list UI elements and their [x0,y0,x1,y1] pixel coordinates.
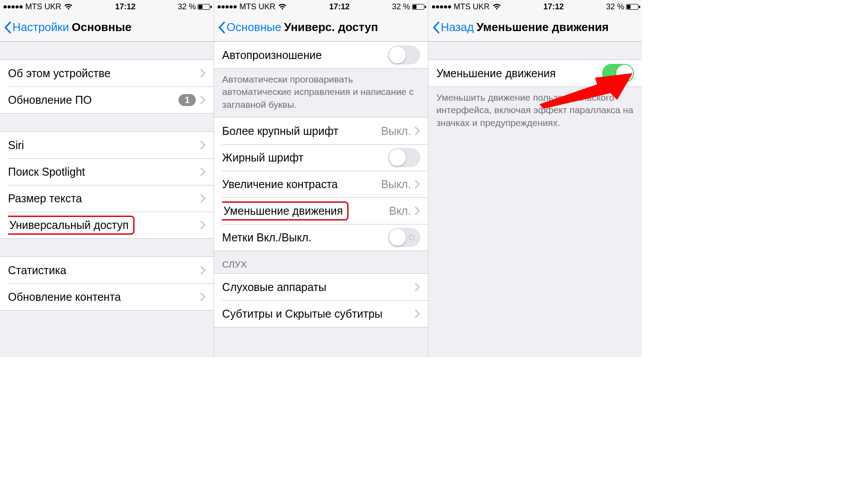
wifi-icon [278,4,287,10]
nav-title: Основные [72,20,132,34]
signal-icon [4,5,23,8]
row-hearing-aid[interactable]: Слуховые аппараты [214,274,428,300]
row-label: Слуховые аппараты [222,281,414,294]
group-usage: Статистика Обновление контента [0,256,214,311]
chevron-right-icon [200,95,206,104]
signal-icon [218,5,237,8]
group-footer: Автоматически проговаривать автоматическ… [214,69,428,117]
clock: 17:12 [115,2,135,12]
battery-icon [198,4,210,10]
row-label: Субтитры и Скрытые субтитры [222,307,414,320]
chevron-right-icon [415,180,420,189]
chevron-right-icon [200,220,206,229]
chevron-right-icon [415,309,420,318]
row-statistics[interactable]: Статистика [0,257,214,284]
battery-icon [626,4,638,10]
group-features: Siri Поиск Spotlight Размер текста Униве… [0,131,214,239]
clock: 17:12 [329,2,349,12]
chevron-right-icon [200,167,206,176]
nav-bar: Настройки Основные [0,13,214,42]
nav-title: Уменьшение движения [476,20,609,34]
back-button[interactable]: Настройки [4,20,69,34]
group-speech: Автопроизношение [214,42,428,69]
row-label: Об этом устройстве [8,67,200,80]
wifi-icon [492,4,501,10]
nav-bar: Основные Универс. доступ [214,13,428,42]
group-hearing: Слуховые аппараты Субтитры и Скрытые суб… [214,273,428,327]
status-bar: MTS UKR 17:12 32 % [214,0,428,13]
row-software-update[interactable]: Обновление ПО 1 [0,87,214,113]
chevron-right-icon [200,69,206,78]
row-larger-font[interactable]: Более крупный шрифт Выкл. [214,118,428,144]
chevron-right-icon [200,292,206,301]
row-value: Выкл. [381,178,411,191]
group-header-hearing: СЛУХ [214,251,428,273]
row-reduce-motion-toggle[interactable]: Уменьшение движения [428,60,642,87]
wifi-icon [64,4,73,10]
signal-icon [432,5,451,8]
row-reduce-motion[interactable]: Уменьшение движения Вкл. [214,197,428,224]
row-label: Жирный шрифт [222,151,388,164]
panel-general: MTS UKR 17:12 32 % Настройки Основные [0,0,214,357]
row-label: Метки Вкл./Выкл. [222,231,388,244]
content: Уменьшение движения Уменьшить движение п… [428,42,642,357]
row-siri[interactable]: Siri [0,132,214,158]
nav-title: Универс. доступ [284,20,378,34]
row-about[interactable]: Об этом устройстве [0,60,214,87]
group-display: Более крупный шрифт Выкл. Жирный шрифт У… [214,117,428,251]
row-label: Обновление контента [8,291,200,303]
chevron-right-icon [200,194,206,203]
row-label: Уменьшение движения [222,201,389,220]
row-label: Поиск Spotlight [8,165,200,178]
nav-bar: Назад Уменьшение движения [428,13,642,42]
row-auto-speech[interactable]: Автопроизношение [214,42,428,68]
toggle[interactable] [388,148,420,167]
battery-percent: 32 % [178,2,196,12]
clock: 17:12 [543,2,564,12]
row-text-size[interactable]: Размер текста [0,185,214,212]
row-label: Увеличение контраста [222,178,381,191]
back-label: Настройки [12,20,69,34]
chevron-right-icon [415,126,420,135]
chevron-left-icon [218,21,226,34]
row-contrast[interactable]: Увеличение контраста Выкл. [214,171,428,197]
row-label: Автопроизношение [222,49,388,62]
panel-reduce-motion: MTS UKR 17:12 32 % Назад Уменьшение движ… [428,0,642,357]
row-value: Выкл. [381,125,411,138]
back-button[interactable]: Основные [218,20,281,34]
row-accessibility[interactable]: Универсальный доступ [0,212,214,238]
row-label: Размер текста [8,192,200,205]
chevron-left-icon [432,21,440,34]
row-label: Siri [8,139,200,152]
chevron-right-icon [415,283,420,291]
row-onoff-labels[interactable]: Метки Вкл./Выкл. [214,224,428,251]
back-label: Назад [441,20,474,34]
battery-percent: 32 % [392,2,410,12]
content: Об этом устройстве Обновление ПО 1 Siri … [0,42,214,357]
row-bold-font[interactable]: Жирный шрифт [214,144,428,171]
chevron-left-icon [4,21,12,34]
group-footer: Уменьшить движение пользовательского инт… [428,87,642,135]
row-value: Вкл. [389,205,411,217]
row-label: Универсальный доступ [8,216,200,235]
group-reduce-motion: Уменьшение движения [428,59,642,87]
badge: 1 [178,94,196,106]
toggle[interactable] [388,46,420,64]
chevron-right-icon [415,206,420,215]
group-device: Об этом устройстве Обновление ПО 1 [0,59,214,114]
row-label: Обновление ПО [8,94,178,106]
chevron-right-icon [200,266,206,275]
row-spotlight[interactable]: Поиск Spotlight [0,158,214,185]
carrier-label: MTS UKR [454,2,490,12]
carrier-label: MTS UKR [239,2,275,12]
row-label: Уменьшение движения [436,67,602,80]
toggle[interactable] [388,228,420,247]
back-button[interactable]: Назад [432,20,474,34]
carrier-label: MTS UKR [25,2,61,12]
battery-icon [412,4,424,10]
toggle[interactable] [602,64,634,83]
chevron-right-icon [200,141,206,150]
row-subtitles[interactable]: Субтитры и Скрытые субтитры [214,300,428,327]
back-label: Основные [226,20,281,34]
row-background-refresh[interactable]: Обновление контента [0,284,214,310]
